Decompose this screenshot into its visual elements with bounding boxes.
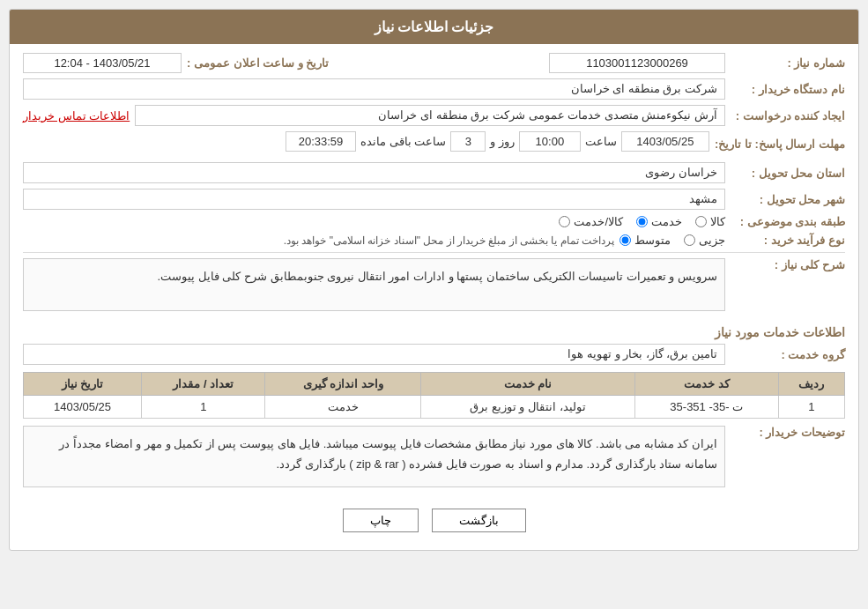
days-label: روز و bbox=[490, 135, 515, 148]
remaining-label: ساعت باقی مانده bbox=[360, 135, 446, 148]
buyer-system-value: شرکت برق منطقه ای خراسان bbox=[23, 78, 725, 100]
need-number-label: شماره نیاز : bbox=[731, 56, 845, 70]
needs-info-title: اطلاعات خدمات مورد نیاز bbox=[23, 325, 845, 339]
process-jozi-label: جزیی bbox=[699, 234, 725, 247]
description-label: شرح کلی نیاز : bbox=[731, 258, 845, 271]
buyer-notes-label: توضیحات خریدار : bbox=[731, 426, 845, 439]
table-row: 1ت -35- 351-35تولید، انتقال و توزیع برقخ… bbox=[24, 396, 845, 419]
cell-code: ت -35- 351-35 bbox=[634, 396, 778, 419]
col-header-name: نام خدمت bbox=[421, 373, 635, 396]
service-group-value: تامین برق، گاز، بخار و تهویه هوا bbox=[23, 344, 725, 365]
cell-date: 1403/05/25 bbox=[24, 396, 142, 419]
category-khedmat-radio[interactable] bbox=[636, 216, 648, 227]
cell-row: 1 bbox=[778, 396, 844, 419]
cell-unit: خدمت bbox=[265, 396, 421, 419]
category-kala-label: کالا bbox=[710, 215, 725, 228]
back-button[interactable]: بازگشت bbox=[432, 509, 526, 532]
province-label: استان محل تحویل : bbox=[731, 167, 845, 180]
need-number-value: 1103001123000269 bbox=[549, 53, 725, 73]
category-kala-khedmat-label: کالا/خدمت bbox=[574, 215, 623, 228]
category-kala-radio[interactable] bbox=[695, 216, 707, 227]
process-note: پرداخت تمام یا بخشی از مبلغ خریدار از مح… bbox=[23, 234, 614, 247]
response-time-value: 10:00 bbox=[519, 131, 581, 152]
province-value: خراسان رضوی bbox=[23, 162, 725, 183]
process-label: نوع فرآیند خرید : bbox=[731, 234, 845, 247]
col-header-row: ردیف bbox=[778, 373, 844, 396]
response-days-value: 3 bbox=[450, 131, 486, 152]
city-label: شهر محل تحویل : bbox=[731, 193, 845, 206]
category-khedmat-label: خدمت bbox=[651, 215, 682, 228]
remaining-time-value: 20:33:59 bbox=[286, 131, 356, 152]
page-title: جزئیات اطلاعات نیاز bbox=[10, 10, 858, 44]
process-motavaset-radio[interactable] bbox=[619, 234, 631, 246]
city-value: مشهد bbox=[23, 189, 725, 210]
process-motavaset-label: متوسط bbox=[634, 234, 671, 247]
response-deadline-label: مهلت ارسال پاسخ: تا تاریخ: bbox=[715, 137, 845, 151]
cell-name: تولید، انتقال و توزیع برق bbox=[421, 396, 635, 419]
cell-quantity: 1 bbox=[142, 396, 265, 419]
col-header-unit: واحد اندازه گیری bbox=[265, 373, 421, 396]
buyer-notes-value: ایران کد مشابه می باشد. کالا های مورد نی… bbox=[23, 426, 725, 487]
col-header-quantity: تعداد / مقدار bbox=[142, 373, 265, 396]
announce-date-value: 1403/05/21 - 12:04 bbox=[23, 53, 182, 73]
service-group-label: گروه خدمت : bbox=[731, 348, 845, 361]
category-kala-khedmat-radio[interactable] bbox=[559, 216, 570, 227]
contact-info-link[interactable]: اطلاعات تماس خریدار bbox=[23, 109, 130, 123]
requester-value: آرش نیکوءمنش متصدی خدمات عمومی شرکت برق … bbox=[135, 105, 725, 126]
col-header-date: تاریخ نیاز bbox=[24, 373, 142, 396]
process-jozi-radio[interactable] bbox=[684, 234, 695, 246]
description-value: سرویس و تعمیرات تاسیسات الکتریکی ساختمان… bbox=[23, 258, 725, 311]
announce-date-label: تاریخ و ساعت اعلان عمومی : bbox=[187, 56, 329, 70]
print-button[interactable]: چاپ bbox=[343, 509, 419, 532]
requester-label: ایجاد کننده درخواست : bbox=[731, 109, 845, 123]
needs-table: ردیف کد خدمت نام خدمت واحد اندازه گیری ت… bbox=[23, 372, 845, 419]
button-row: بازگشت چاپ bbox=[23, 500, 845, 541]
buyer-system-label: نام دستگاه خریدار : bbox=[731, 83, 845, 96]
time-label: ساعت bbox=[585, 135, 617, 148]
process-options: جزیی متوسط bbox=[619, 234, 725, 247]
response-date-value: 1403/05/25 bbox=[621, 131, 709, 152]
category-label: طبقه بندی موضوعی : bbox=[731, 215, 845, 228]
category-options: کالا خدمت کالا/خدمت bbox=[559, 215, 725, 228]
col-header-code: کد خدمت bbox=[634, 373, 778, 396]
